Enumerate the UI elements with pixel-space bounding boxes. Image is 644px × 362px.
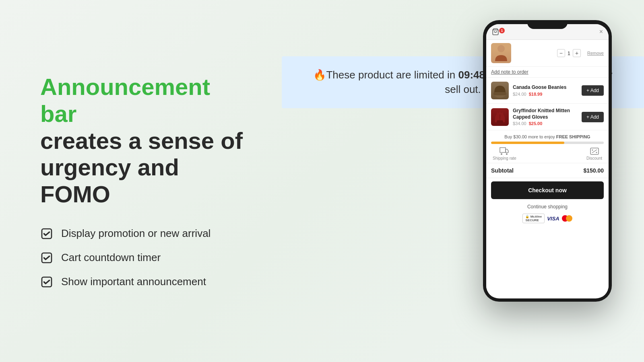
mastercard-icon xyxy=(562,215,572,222)
svg-point-11 xyxy=(501,153,502,155)
shipping-rate-item: Shipping rate xyxy=(493,147,516,160)
qty-decrease-button[interactable]: − xyxy=(557,49,565,57)
upsell-sale-price-1: $18.99 xyxy=(529,92,543,97)
upsell-info-2: Gryffindor Knitted Mitten Capped Gloves … xyxy=(513,108,578,126)
heading-line2: creates a sense of xyxy=(40,128,243,154)
progress-fill xyxy=(491,142,564,144)
upsell-add-button-1[interactable]: + Add xyxy=(582,85,604,96)
upsell-sale-price-2: $25.00 xyxy=(529,121,543,126)
upsell-name-2: Gryffindor Knitted Mitten Capped Gloves xyxy=(513,108,578,120)
left-section: Announcement bar creates a sense of urge… xyxy=(0,41,282,320)
discount-icon xyxy=(590,147,599,155)
upsell-item-1: Canada Goose Beanies $24.00 $18.99 + Add xyxy=(486,78,609,104)
shipping-icons-row: Shipping rate Discount xyxy=(491,147,604,160)
shipping-text: Buy $30.00 more to enjoy FREE SHIPPING xyxy=(491,134,604,139)
svg-rect-8 xyxy=(499,111,501,115)
cart-icon xyxy=(492,28,499,35)
upsell-prices-2: $34.00 $25.00 xyxy=(513,121,578,126)
discount-label: Discount xyxy=(586,156,602,160)
svg-rect-6 xyxy=(493,92,506,95)
browser-close-button[interactable]: × xyxy=(599,28,603,35)
heading-line1: Announcement bar xyxy=(40,74,210,127)
svg-rect-10 xyxy=(497,112,498,115)
upsell-orig-price-2: $34.00 xyxy=(513,121,526,126)
discount-item: Discount xyxy=(586,147,602,160)
announcement-emoji: 🔥 xyxy=(313,69,326,81)
subtotal-amount: $150.00 xyxy=(583,167,604,174)
announcement-timer: 09:48 xyxy=(458,69,485,81)
phone-screen: 1 × − 1 xyxy=(486,24,609,298)
main-heading: Announcement bar creates a sense of urge… xyxy=(40,74,250,208)
cart-badge-group: 1 xyxy=(492,28,505,35)
feature-text-2: Cart countdown timer xyxy=(61,251,161,264)
qty-value: 1 xyxy=(568,50,570,56)
cart-badge: 1 xyxy=(499,28,505,33)
continue-shopping-link[interactable]: Continue shopping xyxy=(486,202,609,211)
add-note-link[interactable]: Add note to order xyxy=(486,67,609,78)
svg-point-15 xyxy=(592,150,593,151)
shipping-rate-label: Shipping rate xyxy=(493,156,516,160)
svg-rect-9 xyxy=(502,112,503,115)
feature-item-1: Display promotion or new arrival xyxy=(40,227,250,240)
feature-text-3: Show important announcement xyxy=(61,276,206,288)
check-icon-1 xyxy=(40,227,53,240)
svg-point-12 xyxy=(506,153,508,155)
product-thumbnail xyxy=(491,43,511,63)
svg-rect-7 xyxy=(497,120,503,123)
upsell-prices-1: $24.00 $18.99 xyxy=(513,92,578,97)
phone-notch xyxy=(527,20,568,29)
cart-content: − 1 + Remove Add note to order xyxy=(486,40,609,296)
upsell-orig-price-1: $24.00 xyxy=(513,92,526,97)
upsell-add-button-2[interactable]: + Add xyxy=(582,112,604,122)
svg-point-16 xyxy=(596,152,597,153)
visa-icon: VISA xyxy=(547,216,559,222)
quantity-controls: − 1 + xyxy=(557,49,581,57)
feature-item-2: Cart countdown timer xyxy=(40,251,250,264)
cart-product-row: − 1 + Remove xyxy=(486,40,609,67)
subtotal-label: Subtotal xyxy=(491,167,514,174)
checkout-button[interactable]: Checkout now xyxy=(491,181,604,199)
remove-product-link[interactable]: Remove xyxy=(587,51,604,56)
feature-item-3: Show important announcement xyxy=(40,276,250,288)
upsell-thumb-2 xyxy=(491,108,509,126)
upsell-item-2: Gryffindor Knitted Mitten Capped Gloves … xyxy=(486,104,609,130)
upsell-name-1: Canada Goose Beanies xyxy=(513,84,578,91)
shipping-truck-icon xyxy=(500,147,509,155)
feature-list: Display promotion or new arrival Cart co… xyxy=(40,227,250,288)
upsell-info-1: Canada Goose Beanies $24.00 $18.99 xyxy=(513,84,578,97)
upsell-thumb-1 xyxy=(491,82,509,99)
qty-increase-button[interactable]: + xyxy=(573,49,581,57)
right-section: 🔥These product are limited in 09:48! Che… xyxy=(282,0,644,362)
shipping-text-before: Buy $30.00 more to enjoy xyxy=(504,134,556,139)
announcement-text-before: These product are limited in xyxy=(326,69,458,81)
feature-text-1: Display promotion or new arrival xyxy=(61,227,211,240)
check-icon-2 xyxy=(40,251,53,264)
phone-mockup: 1 × − 1 xyxy=(483,20,612,302)
mcafee-badge: 🔒 McAfeeSECURE xyxy=(522,214,545,223)
check-icon-3 xyxy=(40,276,53,288)
progress-bar xyxy=(491,142,604,144)
heading-line3: urgency and FOMO xyxy=(40,154,179,207)
subtotal-row: Subtotal $150.00 xyxy=(486,163,609,178)
payment-icons: 🔒 McAfeeSECURE VISA xyxy=(486,211,609,228)
shipping-section: Buy $30.00 more to enjoy FREE SHIPPING xyxy=(486,130,609,163)
svg-point-4 xyxy=(497,45,505,52)
shipping-text-bold: FREE SHIPPING xyxy=(556,134,590,139)
